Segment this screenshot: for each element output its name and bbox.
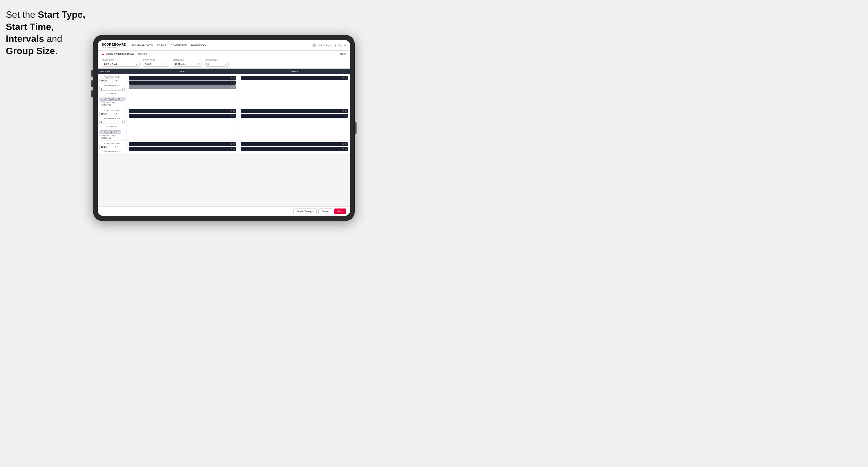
group2-add-group[interactable]: + Add Group — [99, 137, 125, 139]
reset-changes-button[interactable]: Reset Changes — [293, 209, 317, 214]
g3-t2-s1-x[interactable]: ✕ — [342, 143, 344, 146]
nav-links: TOURNAMENTS TEAMS COMMITTEE RANKINGS — [131, 43, 312, 48]
group3-team1: ✕⊡ ✕⊡ — [127, 141, 239, 154]
g3-t1-s2-opt[interactable]: ⊡ — [233, 148, 235, 150]
group2-hole-stepper: ⬍ — [122, 121, 124, 123]
group1-slot3-icons: ✕ ⊡ — [230, 86, 235, 88]
group2-tee-left: STARTING TIME: 🕐 STARTING HOLE: 1 ⬍ COUR… — [98, 107, 127, 140]
group1-team2-slot1-options[interactable]: ⊡ — [345, 77, 347, 79]
logo-sub: Powered by clipp.io — [102, 46, 126, 48]
group1-slot1-edit[interactable]: ✕ — [230, 77, 232, 79]
g2-t2-s1-x[interactable]: ✕ — [342, 110, 344, 112]
col-team2: Team 2 — [239, 69, 350, 74]
g2-t1-s1-opt[interactable]: ⊡ — [233, 110, 235, 112]
group1-slot2-options[interactable]: ⊡ — [233, 82, 235, 84]
group1-remove-group[interactable]: ⊖ Remove Group — [99, 101, 125, 103]
save-button[interactable]: Save — [334, 209, 346, 214]
group-size-input[interactable]: 3 ▼ — [205, 62, 228, 67]
group2-team2-slot2: ✕⊡ — [241, 114, 348, 118]
g2-t2-s2-opt[interactable]: ⊡ — [345, 115, 347, 117]
group2-time-input[interactable] — [99, 112, 114, 116]
start-time-group: Start Time 10:00 🕐 — [143, 59, 169, 67]
group1-team2-slot1: ✕ ⊡ — [241, 76, 348, 80]
g2-t1-s1-x[interactable]: ✕ — [230, 110, 232, 112]
g2-t1-s2-opt[interactable]: ⊡ — [233, 115, 235, 117]
logo-text: SCOREBOARD — [102, 43, 126, 46]
group-size-value: 3 — [207, 63, 209, 65]
g2-t2-s1-opt[interactable]: ⊡ — [345, 110, 347, 112]
nav-tournaments[interactable]: TOURNAMENTS — [131, 43, 153, 48]
instruction-text: Set the Start Type, Start Time, Interval… — [6, 9, 90, 57]
sign-out-link[interactable]: Sign out — [338, 44, 346, 46]
g3-t2-s2-x[interactable]: ✕ — [342, 148, 344, 150]
nav-committee[interactable]: COMMITTEE — [171, 43, 187, 48]
back-button[interactable]: ‹ Back — [339, 52, 346, 55]
group3-time-input[interactable] — [99, 145, 114, 149]
nav-teams[interactable]: TEAMS — [157, 43, 166, 48]
group2-course-remove[interactable]: ✕ — [118, 131, 120, 133]
intervals-input[interactable]: 10 Minutes 🕐 — [173, 62, 202, 67]
group2-time-input-row: 🕐 — [99, 112, 125, 116]
g2-t1-s2-x[interactable]: ✕ — [230, 115, 232, 117]
group1-slot3-options[interactable]: ⊡ — [233, 86, 235, 88]
group1-team1-slot2: ✕ ⊡ — [129, 81, 236, 85]
tablet-silent — [91, 90, 93, 97]
table-header: Tee Time Team 1 Team 2 — [98, 69, 350, 74]
c-logo: C — [102, 52, 104, 56]
group-row-1: STARTING TIME: 🕐 STARTING HOLE: 1 ⬍ COUR… — [98, 74, 350, 107]
group1-slot2-edit[interactable]: ✕ — [230, 82, 232, 84]
group1-actions: ⊖ Remove Group + Add Group — [99, 101, 125, 106]
group1-hole-input[interactable]: 1 ⬍ — [99, 87, 125, 91]
nav-rankings[interactable]: RANKINGS — [191, 43, 206, 48]
group1-course-name: (A) Peachtree GC — [104, 98, 121, 100]
instruction-period: . — [55, 45, 58, 56]
group3-starting-time-label: STARTING TIME: — [99, 142, 125, 145]
hosting-tag: Hosting — [138, 52, 147, 55]
group3-team1-slot2: ✕⊡ — [129, 147, 236, 151]
intervals-value: 10 Minutes — [175, 63, 186, 65]
group-size-group: Group Size 3 ▼ — [205, 59, 228, 67]
group2-team2-slot1: ✕⊡ — [241, 109, 348, 113]
col-tee-time: Tee Time — [98, 69, 127, 74]
group3-time-clock: 🕐 — [115, 146, 118, 148]
cancel-button[interactable]: Cancel — [318, 209, 332, 214]
group2-course-label: COURSE: — [99, 125, 125, 128]
instruction-intro: Set the — [6, 9, 38, 20]
group1-slot2-icons: ✕ ⊡ — [230, 82, 235, 84]
group1-slot3-edit[interactable]: ✕ — [230, 86, 232, 88]
group2-course-tag: 🏌 East Lake GC ✕ — [99, 130, 121, 134]
logo-area: SCOREBOARD Powered by clipp.io — [102, 43, 126, 48]
g3-t1-s1-opt[interactable]: ⊡ — [233, 143, 235, 146]
nav-right: blair@clippd.io | Sign out — [312, 43, 346, 48]
instruction-and: and — [44, 33, 62, 44]
group1-team1-slot3-empty: ✕ ⊡ — [129, 85, 236, 89]
group1-course-remove[interactable]: ✕ — [122, 98, 123, 100]
tablet-volume-up — [91, 70, 93, 77]
sub-header: C Clippd Invitational (May) | Hosting ‹ … — [98, 51, 350, 57]
col-team1: Team 1 — [127, 69, 239, 74]
group2-hole-label: STARTING HOLE: — [99, 117, 125, 120]
g3-t1-s2-x[interactable]: ✕ — [230, 148, 232, 150]
group1-hole-val: 1 — [101, 88, 102, 90]
group2-team1-slot2: ✕⊡ — [129, 114, 236, 118]
group1-slot1-options[interactable]: ⊡ — [233, 77, 235, 79]
g2-t2-s2-x[interactable]: ✕ — [342, 115, 344, 117]
group1-team2-slot1-remove[interactable]: ✕ — [342, 77, 344, 79]
group1-course-label: COURSE: — [99, 92, 125, 95]
group2-hole-input[interactable]: 1 ⬍ — [99, 120, 125, 124]
group1-add-group[interactable]: + Add Group — [99, 104, 125, 106]
group3-tee-left: STARTING TIME: 🕐 STARTING HOLE: — [98, 141, 127, 154]
g3-t1-s1-x[interactable]: ✕ — [230, 143, 232, 146]
start-time-input[interactable]: 10:00 🕐 — [143, 62, 169, 67]
group2-remove-group[interactable]: ⊖ Remove Group — [99, 134, 125, 137]
group3-team2-slot1: ✕⊡ — [241, 142, 348, 146]
start-type-group: Start Type 1st Tee Start ▼ — [102, 59, 140, 67]
g3-t2-s2-opt[interactable]: ⊡ — [345, 148, 347, 150]
start-type-input[interactable]: 1st Tee Start ▼ — [102, 62, 140, 67]
group1-hole-label: STARTING HOLE: — [99, 84, 125, 87]
group1-team2-slot1-icons: ✕ ⊡ — [342, 77, 347, 79]
tablet-screen: SCOREBOARD Powered by clipp.io TOURNAMEN… — [98, 40, 350, 216]
group1-time-input[interactable] — [99, 79, 114, 83]
g3-t2-s1-opt[interactable]: ⊡ — [345, 143, 347, 146]
group2-team1: ✕⊡ ✕⊡ — [127, 107, 239, 140]
